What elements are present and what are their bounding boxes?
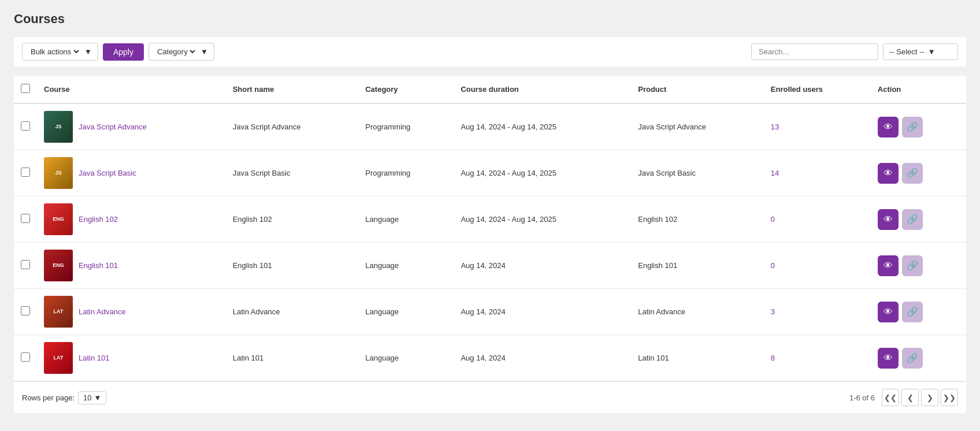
enrolled-5: 3 xyxy=(764,289,871,335)
course-thumbnail-1: JS xyxy=(44,111,73,143)
link-button-6[interactable]: 🔗 xyxy=(902,348,923,369)
product-1: Java Script Advance xyxy=(631,103,764,150)
bulk-actions-dropdown[interactable]: Bulk actions ▼ xyxy=(22,43,98,61)
category-2: Programming xyxy=(358,150,454,196)
category-dropdown[interactable]: Category ▼ xyxy=(149,43,214,61)
prev-page-button[interactable]: ❮ xyxy=(901,389,919,406)
view-button-3[interactable]: 👁 xyxy=(878,209,899,230)
select-right-label: -- Select -- xyxy=(889,47,925,56)
row-checkbox-6[interactable] xyxy=(21,352,30,362)
table-row: JS Java Script Advance Java Script Advan… xyxy=(14,103,966,150)
short-name-4: English 101 xyxy=(226,243,359,289)
select-all-checkbox[interactable] xyxy=(21,84,30,93)
action-btns-1: 👁 🔗 xyxy=(878,117,959,138)
course-name-link-4[interactable]: English 101 xyxy=(79,261,118,270)
link-button-4[interactable]: 🔗 xyxy=(902,255,923,276)
col-action: Action xyxy=(871,76,966,103)
view-button-5[interactable]: 👁 xyxy=(878,302,899,322)
page-info: 1-6 of 6 xyxy=(849,393,875,402)
rows-count: 10 xyxy=(83,393,91,402)
table-footer: Rows per page: 10 ▼ 1-6 of 6 ❮❮ ❮ ❯ ❯❯ xyxy=(14,381,966,413)
col-duration: Course duration xyxy=(454,76,631,103)
link-button-5[interactable]: 🔗 xyxy=(902,302,923,322)
search-input[interactable] xyxy=(751,43,878,60)
short-name-1: Java Script Advance xyxy=(226,103,359,150)
first-page-button[interactable]: ❮❮ xyxy=(882,389,899,406)
duration-4: Aug 14, 2024 xyxy=(454,243,631,289)
course-name-link-6[interactable]: Latin 101 xyxy=(79,354,110,362)
category-1: Programming xyxy=(358,103,454,150)
toolbar: Bulk actions ▼ Apply Category ▼ -- Selec… xyxy=(14,37,966,66)
bulk-actions-chevron-icon: ▼ xyxy=(84,47,92,56)
row-checkbox-3[interactable] xyxy=(21,214,30,223)
table-row: LAT Latin 101 Latin 101 Language Aug 14,… xyxy=(14,335,966,381)
short-name-2: Java Script Basic xyxy=(226,150,359,196)
view-button-6[interactable]: 👁 xyxy=(878,348,899,369)
row-checkbox-2[interactable] xyxy=(21,168,30,177)
category-5: Language xyxy=(358,289,454,335)
row-checkbox-1[interactable] xyxy=(21,121,30,131)
enrolled-1: 13 xyxy=(764,103,871,150)
courses-table-container: Course Short name Category Course durati… xyxy=(14,76,966,413)
product-2: Java Script Basic xyxy=(631,150,764,196)
col-product: Product xyxy=(631,76,764,103)
select-right-dropdown[interactable]: -- Select -- ▼ xyxy=(883,43,958,60)
rows-per-page-label: Rows per page: xyxy=(22,393,75,402)
duration-2: Aug 14, 2024 - Aug 14, 2025 xyxy=(454,150,631,196)
col-enrolled: Enrolled users xyxy=(764,76,871,103)
enrolled-3: 0 xyxy=(764,196,871,243)
col-shortname: Short name xyxy=(226,76,359,103)
rows-per-page-select[interactable]: 10 ▼ xyxy=(78,391,106,404)
action-btns-6: 👁 🔗 xyxy=(878,348,959,369)
last-page-button[interactable]: ❯❯ xyxy=(941,389,958,406)
next-page-button[interactable]: ❯ xyxy=(921,389,938,406)
duration-1: Aug 14, 2024 - Aug 14, 2025 xyxy=(454,103,631,150)
select-right-chevron-icon: ▼ xyxy=(928,47,936,56)
view-button-1[interactable]: 👁 xyxy=(878,117,899,138)
product-3: English 102 xyxy=(631,196,764,243)
enrolled-2: 14 xyxy=(764,150,871,196)
row-checkbox-5[interactable] xyxy=(21,306,30,315)
category-3: Language xyxy=(358,196,454,243)
category-6: Language xyxy=(358,335,454,381)
link-button-2[interactable]: 🔗 xyxy=(902,163,923,184)
duration-3: Aug 14, 2024 - Aug 14, 2025 xyxy=(454,196,631,243)
course-thumbnail-5: LAT xyxy=(44,296,73,328)
page-title: Courses xyxy=(14,12,966,27)
short-name-3: English 102 xyxy=(226,196,359,243)
table-row: ENG English 102 English 102 Language Aug… xyxy=(14,196,966,243)
view-button-4[interactable]: 👁 xyxy=(878,255,899,276)
courses-table: Course Short name Category Course durati… xyxy=(14,76,966,381)
category-select[interactable]: Category xyxy=(155,47,197,57)
duration-6: Aug 14, 2024 xyxy=(454,335,631,381)
course-name-link-3[interactable]: English 102 xyxy=(79,215,118,224)
table-row: JS Java Script Basic Java Script Basic P… xyxy=(14,150,966,196)
course-thumbnail-3: ENG xyxy=(44,203,73,235)
short-name-5: Latin Advance xyxy=(226,289,359,335)
category-chevron-icon: ▼ xyxy=(201,47,208,56)
rows-per-page: Rows per page: 10 ▼ xyxy=(22,391,106,404)
course-name-link-1[interactable]: Java Script Advance xyxy=(79,122,147,131)
bulk-actions-select[interactable]: Bulk actions xyxy=(28,47,81,57)
enrolled-6: 8 xyxy=(764,335,871,381)
product-4: English 101 xyxy=(631,243,764,289)
course-thumbnail-2: JS xyxy=(44,157,73,189)
table-header-row: Course Short name Category Course durati… xyxy=(14,76,966,103)
category-4: Language xyxy=(358,243,454,289)
short-name-6: Latin 101 xyxy=(226,335,359,381)
apply-button[interactable]: Apply xyxy=(103,43,144,61)
view-button-2[interactable]: 👁 xyxy=(878,163,899,184)
row-checkbox-4[interactable] xyxy=(21,260,30,269)
product-5: Latin Advance xyxy=(631,289,764,335)
course-name-link-2[interactable]: Java Script Basic xyxy=(79,169,136,177)
action-btns-3: 👁 🔗 xyxy=(878,209,959,230)
action-btns-2: 👁 🔗 xyxy=(878,163,959,184)
product-6: Latin 101 xyxy=(631,335,764,381)
link-button-3[interactable]: 🔗 xyxy=(902,209,923,230)
pagination: 1-6 of 6 ❮❮ ❮ ❯ ❯❯ xyxy=(849,389,958,406)
link-button-1[interactable]: 🔗 xyxy=(902,117,923,138)
course-thumbnail-6: LAT xyxy=(44,342,73,374)
enrolled-4: 0 xyxy=(764,243,871,289)
course-name-link-5[interactable]: Latin Advance xyxy=(79,307,126,316)
col-course: Course xyxy=(37,76,226,103)
